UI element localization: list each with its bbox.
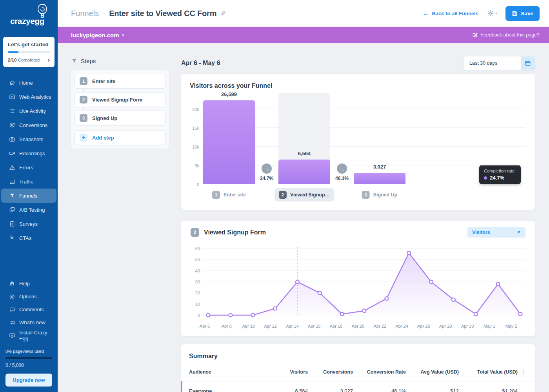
sidebar-item-label: Live Activity [19, 108, 46, 114]
sidebar-item-snapshots[interactable]: Snapshots [0, 132, 58, 146]
get-started-progress-track [8, 51, 50, 53]
funnel-bar-value: 26,599 [203, 91, 255, 97]
line-y-tick: 30 [191, 279, 200, 284]
summary-col-header: Conversion Rate [353, 369, 406, 375]
step-item-1[interactable]: 1Enter site [75, 74, 165, 89]
live-activity-icon [9, 108, 15, 114]
back-arrow-icon: ← [422, 10, 429, 17]
sidebar-item-ctas[interactable]: CTAs [0, 231, 58, 245]
breadcrumb[interactable]: Funnels [71, 9, 99, 18]
usage-count: 0 / 5,000 [5, 363, 52, 368]
domain-caret-icon: ▾ [122, 33, 124, 37]
sidebar-item-comments[interactable]: Comments [0, 303, 58, 316]
sidebar-item-home[interactable]: Home [0, 76, 58, 90]
sidebar-item-label: Recordings [19, 151, 45, 156]
line-x-tick: Apr 10 [240, 324, 257, 328]
metric-dropdown[interactable]: Visitors ▼ [467, 227, 525, 238]
funnel-bar-3[interactable] [354, 173, 405, 184]
summary-col-header: Conversions [308, 369, 353, 375]
sidebar-item-label: Web Analytics [19, 94, 51, 100]
summary-cell: 6,564 [265, 388, 308, 392]
sidebar-item-help[interactable]: Help [0, 277, 58, 290]
get-started-title: Let's get started [8, 42, 50, 47]
summary-card: Summary AudienceVisitorsConversionsConve… [181, 344, 535, 392]
step-connector [83, 107, 84, 111]
options-icon [9, 293, 15, 300]
sidebar-item-label: Options [19, 294, 37, 299]
sidebar-item-options[interactable]: Options [0, 290, 58, 303]
conversion-step: →24.7% [255, 163, 278, 181]
sidebar-item-label: Install Crazy Egg [19, 330, 54, 341]
sidebar-item-traffic[interactable]: Traffic [0, 174, 58, 189]
line-x-tick: Apr 22 [371, 324, 389, 328]
get-started-card[interactable]: Let's get started 2/10 Completed › [3, 37, 55, 67]
funnel-bar-1[interactable] [203, 100, 255, 184]
line-x-tick: Apr 18 [327, 324, 345, 328]
sidebar-item-conversions[interactable]: Conversions [0, 118, 58, 132]
summary-table-header: AudienceVisitorsConversionsConversion Ra… [181, 360, 535, 381]
funnel-bar-2[interactable] [278, 160, 330, 184]
sidebar-item-label: What's new [19, 319, 45, 325]
crazyegg-logo: crazyegg [0, 0, 58, 31]
save-button[interactable]: Save [505, 6, 540, 21]
line-x-tick: Apr 6 [196, 324, 213, 328]
sidebar-item-web-analytics[interactable]: Web Analytics [0, 90, 58, 104]
funnel-step-label-text: Viewed Signup… [290, 192, 330, 198]
breadcrumb-separator: · [103, 9, 105, 18]
sidebar-item-install-crazy-egg[interactable]: Install Crazy Egg [0, 329, 58, 342]
usage-label: 0% pageviews used [5, 349, 52, 354]
steps-list: 1Enter site2Viewed Signup Form3Signed Up… [71, 70, 169, 149]
visitors-line-chart: 0102030405060 [202, 246, 525, 321]
top-header: Funnels · Enter site to Viewed CC Form ✎… [58, 0, 549, 27]
feedback-link[interactable]: Feedback about this page? [472, 32, 540, 38]
sidebar-item-surveys[interactable]: Surveys [0, 217, 58, 231]
save-floppy-icon [512, 11, 518, 16]
sidebar-item-what-s-new[interactable]: What's new [0, 316, 58, 329]
line-x-tick: Apr 30 [459, 324, 476, 328]
step-item-3[interactable]: 3Signed Up [75, 111, 165, 125]
page-title: Enter site to Viewed CC Form [109, 9, 216, 18]
step-label: Viewed Signup Form [92, 97, 142, 103]
step-item-2[interactable]: 2Viewed Signup Form [75, 92, 165, 107]
step-number-badge: 1 [212, 191, 220, 199]
conversion-arrow-icon: → [262, 163, 272, 174]
chevron-right-icon[interactable]: › [48, 57, 50, 63]
summary-table-row[interactable]: Everyone6,5643,02746.1%$12$1,284 [181, 381, 535, 392]
sidebar-item-a-b-testing[interactable]: A/B Testing [0, 203, 58, 217]
funnel-step-label-1[interactable]: 1Enter site [208, 188, 250, 201]
back-to-funnels-link[interactable]: ← Back to all Funnels [422, 10, 478, 17]
date-preset-input[interactable]: Last 30 days [464, 56, 521, 70]
summary-title: Summary [181, 353, 535, 360]
sidebar-item-live-activity[interactable]: Live Activity [0, 104, 58, 118]
summary-cell: 46.1% [353, 388, 406, 392]
sidebar-item-errors[interactable]: Errors [0, 160, 58, 174]
whats-new-icon [9, 319, 15, 326]
site-domain-dropdown[interactable]: luckypigeon.com ▾ [71, 32, 124, 38]
upgrade-now-button[interactable]: Upgrade now [5, 374, 52, 387]
summary-col-header: Total Value (USD) [459, 369, 518, 375]
summary-cell: $12 [406, 388, 459, 392]
line-x-tick: May 1 [481, 324, 498, 328]
line-x-tick: Apr 14 [284, 324, 301, 328]
settings-gear-button[interactable]: ▾ [487, 10, 497, 17]
edit-title-pencil-icon[interactable]: ✎ [220, 9, 226, 18]
step-label: Signed Up [92, 115, 117, 121]
sidebar-item-funnels[interactable]: Funnels [1, 189, 56, 203]
plus-icon: + [80, 134, 87, 142]
funnel-step-label-2[interactable]: 2Viewed Signup… [274, 188, 334, 201]
main-column: Apr 6 - May 6 Last 30 days Visitors acro… [181, 56, 535, 392]
steps-panel-title: Steps [81, 58, 96, 64]
sidebar-item-label: Surveys [19, 221, 38, 227]
table-options-kebab-icon[interactable]: ⋮ [518, 368, 529, 376]
funnel-y-tick: 5k [189, 163, 199, 168]
add-step-button[interactable]: +Add step [75, 130, 165, 145]
get-started-progress-text: 2/10 Completed [8, 58, 40, 62]
funnel-step-label-3[interactable]: 3Signed Up [358, 188, 402, 201]
add-step-label: Add step [92, 135, 114, 141]
date-range-label: Apr 6 - May 6 [181, 60, 220, 67]
sidebar-item-recordings[interactable]: Recordings [0, 146, 58, 160]
conversions-icon [9, 122, 15, 129]
feedback-pencil-icon [472, 32, 478, 38]
conversion-rate: 46.1% [330, 176, 354, 181]
calendar-button[interactable] [521, 56, 535, 70]
